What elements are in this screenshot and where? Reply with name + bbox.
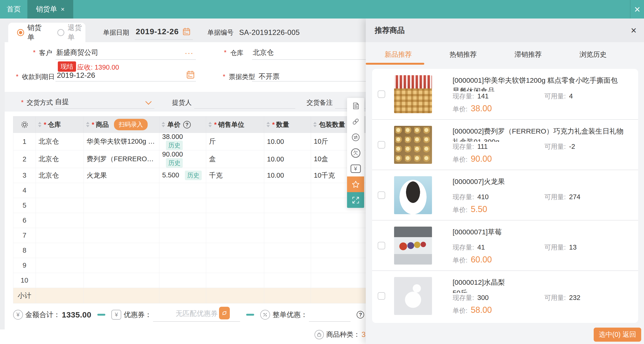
cell-price[interactable]: 90.000 历史 <box>159 150 206 168</box>
cell-empty[interactable] <box>264 228 311 243</box>
cell-empty[interactable] <box>36 243 84 258</box>
product-item[interactable]: [00000071]草莓 现存量: 41 可用量: 13 单价: 60.00 <box>372 220 638 270</box>
sort-icon[interactable] <box>313 122 316 127</box>
customer-more-icon[interactable]: ... <box>185 49 194 53</box>
header-pack[interactable]: 包装数量 <box>311 116 375 133</box>
sort-icon[interactable] <box>208 122 212 127</box>
cell-warehouse[interactable]: 北京仓 <box>36 168 84 183</box>
sort-icon[interactable] <box>86 122 90 127</box>
cell-empty[interactable] <box>159 198 206 213</box>
doc-date-field[interactable]: 2019-12-26 <box>135 26 193 40</box>
product-checkbox[interactable] <box>378 141 385 148</box>
tab-sales-order[interactable]: 销货单 × <box>28 0 73 19</box>
product-item[interactable]: [0000002]费列罗（FERRERO）巧克力礼盒装生日礼物 礼盒装01-30… <box>372 119 638 170</box>
cell-empty[interactable] <box>84 213 159 228</box>
cell-empty[interactable] <box>264 183 311 198</box>
due-date-value[interactable]: 2019-12-26 <box>57 71 95 80</box>
sort-icon[interactable] <box>162 122 165 127</box>
history-badge[interactable]: 历史 <box>166 158 183 168</box>
cell-empty[interactable] <box>206 258 264 273</box>
history-badge[interactable]: 历史 <box>166 141 183 150</box>
cell-empty[interactable] <box>311 258 375 273</box>
calendar-icon[interactable] <box>182 27 191 36</box>
cell-empty[interactable] <box>84 183 159 198</box>
exchange-tool-button[interactable] <box>347 129 364 145</box>
cell-empty[interactable] <box>206 243 264 258</box>
cell-empty[interactable] <box>159 273 206 288</box>
picker-input-underline[interactable] <box>194 108 295 109</box>
bill-type-value[interactable]: 不开票 <box>258 72 280 81</box>
radio-sales-order[interactable]: 销货单 <box>17 23 45 42</box>
cell-empty[interactable] <box>36 183 84 198</box>
product-checkbox[interactable] <box>378 292 385 300</box>
cell-empty[interactable] <box>84 228 159 243</box>
order-discount-input[interactable] <box>309 308 350 322</box>
price-help-icon[interactable]: ? <box>183 121 191 128</box>
cell-empty[interactable] <box>159 183 206 198</box>
cell-price[interactable]: 38.000 历史 <box>159 133 206 150</box>
link-tool-button[interactable] <box>347 114 364 129</box>
cell-pack[interactable]: 10千克 <box>311 168 375 183</box>
header-qty[interactable]: * 数量 <box>264 116 311 133</box>
cell-empty[interactable] <box>311 273 375 288</box>
cell-empty[interactable] <box>311 213 375 228</box>
window-close-icon[interactable]: × <box>630 0 644 19</box>
cell-empty[interactable] <box>311 183 375 198</box>
cell-qty[interactable]: 10.00 <box>264 150 311 168</box>
favorite-tool-button[interactable] <box>347 177 364 192</box>
history-badge[interactable]: 历史 <box>185 170 202 180</box>
radio-unselected-icon[interactable] <box>57 29 64 36</box>
select-return-button[interactable]: 选中(0) 返回 <box>594 327 642 342</box>
cell-empty[interactable] <box>264 243 311 258</box>
header-warehouse[interactable]: * 仓库 <box>36 116 84 133</box>
tab-close-icon[interactable]: × <box>61 6 64 13</box>
cell-product[interactable]: 费列罗（FERRERO）巧... <box>84 150 159 168</box>
cell-empty[interactable] <box>159 243 206 258</box>
sort-icon[interactable] <box>38 122 42 127</box>
cell-empty[interactable] <box>159 258 206 273</box>
gear-icon[interactable] <box>20 120 29 129</box>
cell-empty[interactable] <box>36 228 84 243</box>
expand-tool-button[interactable] <box>347 192 364 208</box>
cell-empty[interactable] <box>84 243 159 258</box>
radio-selected-icon[interactable] <box>17 29 24 36</box>
due-date-calendar-icon[interactable] <box>186 70 195 79</box>
cell-unit[interactable]: 斤 <box>206 133 264 150</box>
cell-empty[interactable] <box>36 258 84 273</box>
tab-home[interactable]: 首页 <box>0 0 28 19</box>
tab-slow-sales[interactable]: 滞销推荐 <box>496 46 561 63</box>
cell-empty[interactable] <box>36 273 84 288</box>
product-checkbox[interactable] <box>378 242 385 249</box>
cell-qty[interactable]: 10.00 <box>264 168 311 183</box>
drawer-close-icon[interactable]: × <box>631 26 636 35</box>
money-tool-button[interactable]: ¥ <box>347 161 364 177</box>
discount-help-icon[interactable]: ? <box>357 311 364 318</box>
coupon-refresh-button[interactable] <box>219 307 230 319</box>
cell-empty[interactable] <box>36 198 84 213</box>
chevron-down-icon[interactable] <box>146 98 152 104</box>
product-item[interactable]: [0000007]火龙果 现存量: 410 可用量: 274 单价: 5.50 <box>372 170 638 220</box>
cell-empty[interactable] <box>84 198 159 213</box>
product-checkbox[interactable] <box>378 192 385 199</box>
note-tool-button[interactable] <box>347 98 364 114</box>
cell-empty[interactable] <box>311 243 375 258</box>
cell-pack[interactable]: 10盒 <box>311 150 375 168</box>
cell-unit[interactable]: 盒 <box>206 150 264 168</box>
cell-pack[interactable]: 10斤 <box>311 133 375 150</box>
warehouse-value[interactable]: 北京仓 <box>253 48 274 57</box>
column-settings-header[interactable] <box>13 116 36 133</box>
cell-empty[interactable] <box>206 198 264 213</box>
cell-empty[interactable] <box>159 228 206 243</box>
cell-empty[interactable] <box>36 213 84 228</box>
cell-empty[interactable] <box>264 213 311 228</box>
header-unit[interactable]: * 销售单位 <box>206 116 264 133</box>
cell-qty[interactable]: 10.00 <box>264 133 311 150</box>
cell-unit[interactable]: 千克 <box>206 168 264 183</box>
cell-warehouse[interactable]: 北京仓 <box>36 133 84 150</box>
arrears-tool-button[interactable]: 欠 <box>347 145 364 161</box>
cell-empty[interactable] <box>206 183 264 198</box>
tab-browse-history[interactable]: 浏览历史 <box>561 46 626 63</box>
radio-return-order[interactable]: 退货单 <box>57 23 86 42</box>
cell-price[interactable]: 5.500 历史 <box>159 168 206 183</box>
cell-empty[interactable] <box>84 273 159 288</box>
